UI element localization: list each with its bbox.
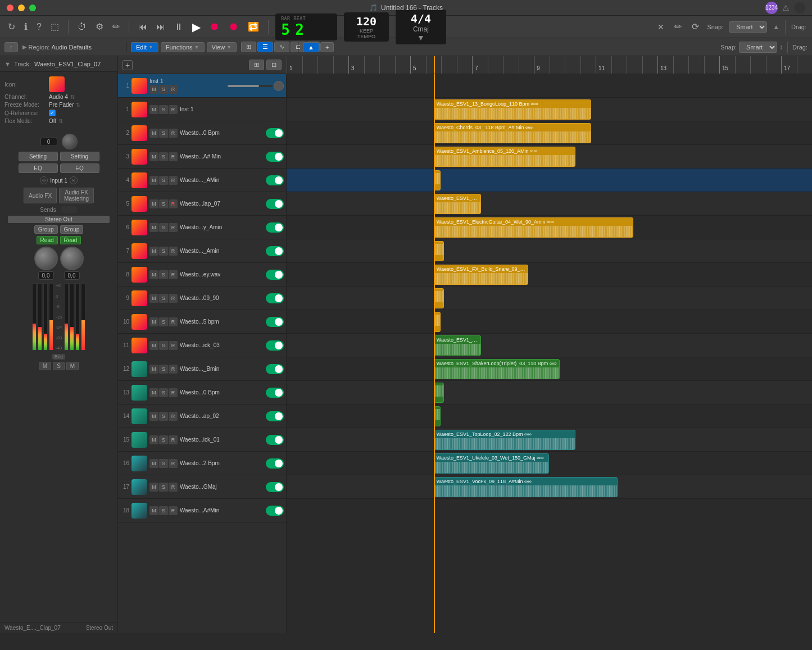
- mute-btn-11[interactable]: M: [149, 341, 158, 350]
- record-btn-1[interactable]: R: [169, 85, 178, 94]
- track-lane-7[interactable]: Waesto_ESV1_ElectricGuitar_04_Wet_90_Ami…: [287, 216, 812, 239]
- track-toggle-11[interactable]: [266, 340, 284, 351]
- view-menu-btn[interactable]: View ▼: [207, 42, 237, 52]
- record-btn-1[interactable]: R: [169, 105, 178, 114]
- info-button[interactable]: ℹ: [22, 20, 30, 33]
- cycle-icon[interactable]: ↻: [6, 20, 17, 33]
- up-button[interactable]: ↑: [4, 42, 18, 52]
- setting-button-left[interactable]: Setting: [19, 152, 58, 161]
- track-lane-12[interactable]: Waesto_ESV1_Sax_04_Dry_122_B: [287, 334, 812, 357]
- track-lane-2[interactable]: Waesto_ESV1_13_BongoLoop_110 Bpm ∞∞: [287, 98, 812, 121]
- table-row[interactable]: 10 M S R Waesto...5 bpm: [118, 310, 286, 334]
- record-btn-12[interactable]: R: [169, 365, 178, 374]
- clip[interactable]: [434, 288, 444, 308]
- track-lane-13[interactable]: Waesto_ESV1_ShakerLoop(Triplet)_03_110 B…: [287, 357, 812, 381]
- read-button-right[interactable]: Read: [60, 236, 81, 244]
- table-row[interactable]: 14 M S R Waesto...ap_02: [118, 404, 286, 428]
- solo-btn-13[interactable]: S: [159, 388, 168, 397]
- record-btn-8[interactable]: R: [169, 270, 178, 279]
- mute-btn-5[interactable]: M: [149, 199, 158, 208]
- mute-btn-12[interactable]: M: [149, 365, 158, 374]
- record-btn-11[interactable]: R: [169, 341, 178, 350]
- clip[interactable]: Waesto_ESV1_EHook_10_Dry_Ami: [434, 194, 481, 214]
- record-btn-18[interactable]: R: [169, 506, 178, 515]
- table-row[interactable]: 16 M S R Waesto...2 Bpm: [118, 452, 286, 475]
- solo-btn-18[interactable]: S: [159, 506, 168, 515]
- solo-btn-5[interactable]: S: [159, 199, 168, 208]
- clip[interactable]: [434, 170, 441, 190]
- time-sig-display[interactable]: 4/4 Cmaj ▼: [396, 10, 446, 44]
- track-toggle-13[interactable]: [266, 388, 284, 398]
- link-icon-right[interactable]: ∞: [70, 176, 78, 184]
- track-toggle-9[interactable]: [266, 293, 284, 303]
- power-icon[interactable]: [794, 2, 805, 13]
- fader-knob-left[interactable]: [34, 247, 58, 270]
- track-lane-1[interactable]: [287, 74, 812, 98]
- record-btn-6[interactable]: R: [169, 223, 178, 232]
- table-row[interactable]: 11 M S R Waesto...ick_03: [118, 334, 286, 357]
- mute-btn-14[interactable]: M: [149, 412, 158, 421]
- edit-tool[interactable]: ✏: [672, 20, 684, 33]
- table-row[interactable]: 6 M S R Waesto...y_Amin: [118, 216, 286, 239]
- help-button[interactable]: ?: [34, 21, 44, 33]
- track-view-btn[interactable]: ⊞: [249, 60, 264, 70]
- clip[interactable]: Waesto_ESV1_VocFx_09_118_A#Min ∞∞: [434, 477, 618, 497]
- setting-button-right[interactable]: Setting: [60, 152, 99, 161]
- clip[interactable]: [434, 406, 441, 426]
- clip[interactable]: Waesto_ESV1_Ambience_05_120_AMin ∞∞: [434, 147, 575, 167]
- track-collapse-icon[interactable]: ▼: [4, 61, 11, 67]
- solo-btn-11[interactable]: S: [159, 341, 168, 350]
- clip[interactable]: [434, 312, 441, 332]
- midi-button[interactable]: ⬚: [48, 20, 61, 33]
- track-lane-10[interactable]: [287, 287, 812, 310]
- solo-btn-7[interactable]: S: [159, 247, 168, 256]
- track-toggle-17[interactable]: [266, 482, 284, 492]
- metronome-button[interactable]: ⏱: [75, 21, 89, 33]
- record-btn-16[interactable]: R: [169, 459, 178, 468]
- track-toggle-12[interactable]: [266, 364, 284, 374]
- track-toggle-4[interactable]: [266, 175, 284, 185]
- pointer-tool-btn[interactable]: ▲: [303, 42, 319, 52]
- pencil-tool[interactable]: ✏: [110, 20, 122, 33]
- table-row[interactable]: 4 M S R Waesto..._AMin: [118, 169, 286, 192]
- clip[interactable]: Waesto_ESV1_Sax_04_Dry_122_B: [434, 335, 481, 356]
- channel-arrows-icon[interactable]: ⇅: [70, 94, 75, 100]
- tempo-display[interactable]: 120 KEEP TEMPO: [344, 12, 389, 42]
- wave-view-btn[interactable]: ∿: [274, 42, 289, 52]
- mute-btn-10[interactable]: M: [149, 317, 158, 326]
- track-lane-16[interactable]: Waesto_ESV1_TopLoop_02_122 Bpm ∞∞: [287, 428, 812, 452]
- clip[interactable]: Waesto_ESV1_Ukelele_03_Wet_150_GMaj ∞∞: [434, 453, 550, 474]
- clip[interactable]: [434, 383, 444, 403]
- add-btn[interactable]: +: [320, 42, 334, 52]
- track-lane-3[interactable]: Waesto_Chords_03_ 118 Bpm_A# Min ∞∞: [287, 121, 812, 145]
- profile-avatar[interactable]: 1234: [765, 2, 778, 14]
- m-button[interactable]: M: [39, 362, 51, 370]
- track-lane-8[interactable]: [287, 239, 812, 263]
- solo-btn-8[interactable]: S: [159, 270, 168, 279]
- solo-btn-4[interactable]: S: [159, 176, 168, 185]
- snap-arrows-icon[interactable]: ↕: [779, 43, 783, 51]
- s-button[interactable]: S: [53, 362, 65, 370]
- options-button[interactable]: ⚙: [93, 20, 106, 33]
- link-icon-left[interactable]: ∞: [40, 176, 48, 184]
- table-row[interactable]: 12 M S R Waesto..._Bmin: [118, 357, 286, 381]
- minimize-button[interactable]: [18, 4, 25, 11]
- eq-button-right[interactable]: EQ: [60, 163, 99, 173]
- record-btn-9[interactable]: R: [169, 294, 178, 303]
- audio-fx-button-left[interactable]: Audio FX: [24, 188, 57, 203]
- track-icon[interactable]: [49, 76, 65, 92]
- sync-button[interactable]: ⟳: [689, 20, 701, 33]
- clip[interactable]: [434, 241, 444, 261]
- track-toggle-10[interactable]: [266, 317, 284, 327]
- edit-menu-btn[interactable]: Edit ▼: [131, 42, 158, 52]
- track-toggle-6[interactable]: [266, 222, 284, 233]
- snap-select-main[interactable]: Smart: [739, 42, 777, 53]
- track-lane-17[interactable]: Waesto_ESV1_Ukelele_03_Wet_150_GMaj ∞∞: [287, 452, 812, 475]
- mute-btn-15[interactable]: M: [149, 435, 158, 444]
- mute-btn-1[interactable]: M: [149, 105, 158, 114]
- mute-btn-13[interactable]: M: [149, 388, 158, 397]
- functions-menu-btn[interactable]: Functions ▼: [161, 42, 205, 52]
- record-btn-2[interactable]: R: [169, 129, 178, 138]
- tracks-area[interactable]: Waesto_ESV1_13_BongoLoop_110 Bpm ∞∞ Waes…: [287, 74, 812, 633]
- list-view-btn[interactable]: ☰: [257, 42, 273, 52]
